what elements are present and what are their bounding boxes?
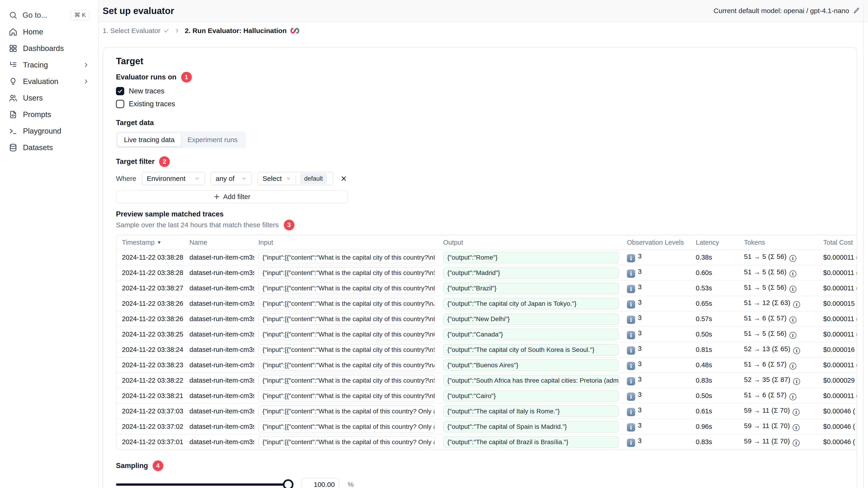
cell-timestamp: 2024-11-22 03:37:03 xyxy=(117,408,185,415)
dashboards-icon xyxy=(9,44,18,53)
tab-live-tracing-data[interactable]: Live tracing data xyxy=(118,133,181,147)
remove-filter-button[interactable] xyxy=(339,173,349,184)
info-square-icon: i xyxy=(627,346,635,355)
column-header-timestamp[interactable]: Timestamp▼ xyxy=(122,239,161,246)
divider xyxy=(296,175,296,183)
sampling-slider-thumb[interactable] xyxy=(283,479,293,488)
info-circle-icon[interactable]: i xyxy=(793,440,800,447)
table-row[interactable]: 2024-11-22 03:38:26dataset-run-item-cm3s… xyxy=(117,311,857,326)
sampling-slider[interactable] xyxy=(116,483,288,486)
info-circle-icon[interactable]: i xyxy=(793,301,800,308)
cell-output[interactable]: {"output":"Brazil"} xyxy=(443,283,619,294)
cell-timestamp: 2024-11-22 03:37:01 xyxy=(117,438,185,446)
cell-input[interactable]: {"input":[{"content":"What is the capita… xyxy=(258,298,435,310)
column-header-tokens: Tokens xyxy=(740,239,819,246)
cell-input[interactable]: {"input":[{"content":"What is the capita… xyxy=(258,344,435,356)
table-row[interactable]: 2024-11-22 03:38:22dataset-run-item-cm3s… xyxy=(117,372,857,388)
filter-value-select[interactable]: Select default xyxy=(257,172,333,185)
checkbox-new-traces[interactable]: New traces xyxy=(116,86,844,96)
info-circle-icon[interactable]: i xyxy=(793,378,800,385)
cell-latency: 0.83s xyxy=(692,377,740,384)
cell-input[interactable]: {"input":[{"content":"What is the capita… xyxy=(258,329,435,340)
cell-name: dataset-run-item-cm3s4 xyxy=(185,361,254,369)
cell-input[interactable]: {"input":[{"content":"What is the capita… xyxy=(258,375,435,386)
info-circle-icon[interactable]: i xyxy=(789,332,796,339)
info-circle-icon[interactable]: i xyxy=(793,347,800,354)
pencil-icon[interactable] xyxy=(853,7,860,14)
cell-input[interactable]: {"input":[{"content":"What is the capita… xyxy=(258,313,435,325)
goto-search[interactable]: Go to... ⌘ K xyxy=(5,6,94,24)
chevron-right-icon xyxy=(83,78,90,85)
filter-column-select[interactable]: Environment xyxy=(142,172,205,185)
checkbox-label: Existing traces xyxy=(129,100,175,108)
cell-output[interactable]: {"output":"The capital of Spain is Madri… xyxy=(443,421,619,432)
table-row[interactable]: 2024-11-22 03:38:28dataset-run-item-cm3s… xyxy=(117,250,857,265)
content-area: Target Evaluator runs on 1 New traces Ex… xyxy=(99,39,868,488)
cell-input[interactable]: {"input":[{"content":"What is the capita… xyxy=(258,359,435,371)
cell-output[interactable]: {"output":"Rome"} xyxy=(443,252,619,263)
add-filter-button[interactable]: Add filter xyxy=(116,190,348,203)
info-circle-icon[interactable]: i xyxy=(789,363,796,369)
scrollbar[interactable] xyxy=(863,3,864,488)
sidebar-item-dashboards[interactable]: Dashboards xyxy=(5,40,94,57)
cell-output[interactable]: {"output":"The capital city of South Kor… xyxy=(443,344,619,356)
table-row[interactable]: 2024-11-22 03:37:03dataset-run-item-cm3s… xyxy=(117,403,857,419)
sidebar-item-users[interactable]: Users xyxy=(5,90,94,106)
sidebar-item-tracing[interactable]: Tracing xyxy=(5,57,94,73)
filter-operator-select[interactable]: any of xyxy=(211,172,252,185)
sort-desc-icon: ▼ xyxy=(157,240,161,245)
cell-input[interactable]: {"input":[{"content":"What is the capita… xyxy=(258,267,435,279)
cell-output[interactable]: {"output":"South Africa has three capita… xyxy=(443,375,619,386)
info-circle-icon[interactable]: i xyxy=(789,255,796,262)
sidebar-item-home[interactable]: Home xyxy=(5,24,94,40)
table-row[interactable]: 2024-11-22 03:38:27dataset-run-item-cm3s… xyxy=(117,280,857,296)
table-row[interactable]: 2024-11-22 03:38:24dataset-run-item-cm3s… xyxy=(117,342,857,357)
cell-input[interactable]: {"input":[{"content":"What is the capita… xyxy=(258,405,435,417)
info-square-icon: i xyxy=(627,269,635,278)
sampling-input[interactable] xyxy=(302,478,339,488)
info-square-icon: i xyxy=(627,408,635,416)
runs-on-label-row: Evaluator runs on 1 xyxy=(116,72,844,83)
cell-input[interactable]: {"input":[{"content":"What is the capita… xyxy=(258,390,435,402)
cell-input[interactable]: {"input":[{"content":"What is the capita… xyxy=(258,252,435,263)
sidebar-item-datasets[interactable]: Datasets xyxy=(5,139,94,156)
info-square-icon: i xyxy=(627,423,635,431)
cell-input[interactable]: {"input":[{"content":"What is the capita… xyxy=(258,283,435,294)
info-circle-icon[interactable]: i xyxy=(789,317,796,323)
table-row[interactable]: 2024-11-22 03:38:21dataset-run-item-cm3s… xyxy=(117,388,857,403)
info-circle-icon[interactable]: i xyxy=(789,270,796,277)
cell-name: dataset-run-item-cm3s4 xyxy=(185,423,254,430)
info-circle-icon[interactable]: i xyxy=(789,286,796,293)
info-circle-icon[interactable]: i xyxy=(789,393,796,400)
table-row[interactable]: 2024-11-22 03:37:02dataset-run-item-cm3s… xyxy=(117,419,857,434)
table-row[interactable]: 2024-11-22 03:38:28dataset-run-item-cm3s… xyxy=(117,265,857,280)
percent-label: % xyxy=(348,481,354,488)
sidebar-item-evaluation[interactable]: Evaluation xyxy=(5,73,94,90)
sidebar-item-prompts[interactable]: Prompts xyxy=(5,106,94,123)
cell-latency: 0.61s xyxy=(692,408,740,415)
info-circle-icon[interactable]: i xyxy=(793,409,800,416)
cell-output[interactable]: {"output":"The capital city of Japan is … xyxy=(443,298,619,310)
checkbox-checked-icon[interactable] xyxy=(116,87,124,95)
tab-experiment-runs[interactable]: Experiment runs xyxy=(181,133,244,147)
cell-output[interactable]: {"output":"The capital of Brazil is Bras… xyxy=(443,436,619,448)
kbd-shortcut: ⌘ K xyxy=(70,10,90,21)
table-row[interactable]: 2024-11-22 03:38:26dataset-run-item-cm3s… xyxy=(117,296,857,311)
cell-output[interactable]: {"output":"The capital of Italy is Rome.… xyxy=(443,405,619,417)
cell-output[interactable]: {"output":"Madrid"} xyxy=(443,267,619,279)
table-row[interactable]: 2024-11-22 03:38:23dataset-run-item-cm3s… xyxy=(117,357,857,372)
info-circle-icon[interactable]: i xyxy=(793,424,800,431)
cell-output[interactable]: {"output":"Canada"} xyxy=(443,329,619,340)
sidebar-item-label: Prompts xyxy=(23,110,90,119)
checkbox-unchecked-icon[interactable] xyxy=(116,100,124,108)
cell-input[interactable]: {"input":[{"content":"What is the capita… xyxy=(258,436,435,448)
breadcrumb-step-1[interactable]: 1. Select Evaluator xyxy=(103,27,169,35)
cell-output[interactable]: {"output":"Buenos Aires"} xyxy=(443,359,619,371)
table-row[interactable]: 2024-11-22 03:38:25dataset-run-item-cm3s… xyxy=(117,326,857,342)
cell-output[interactable]: {"output":"New Delhi"} xyxy=(443,313,619,325)
table-row[interactable]: 2024-11-22 03:37:01dataset-run-item-cm3s… xyxy=(117,434,857,449)
checkbox-existing-traces[interactable]: Existing traces xyxy=(116,99,844,109)
sidebar-item-playground[interactable]: Playground xyxy=(5,123,94,139)
cell-input[interactable]: {"input":[{"content":"What is the capita… xyxy=(258,421,435,432)
cell-output[interactable]: {"output":"Cairo"} xyxy=(443,390,619,402)
